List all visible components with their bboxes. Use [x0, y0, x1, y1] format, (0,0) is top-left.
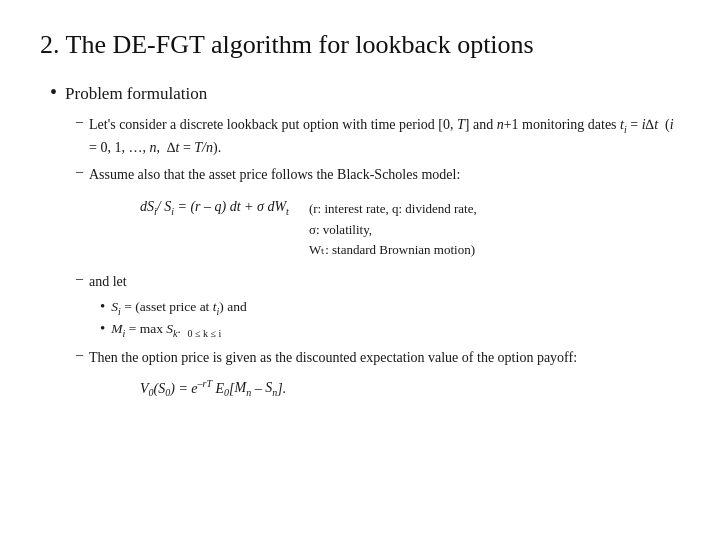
final-formula: V0(S0) = e–rT E0[Mn – Sn]. — [140, 378, 680, 398]
formula-block-1: dSi/ Si = (r – q) dt + σ dWt (r: interes… — [140, 199, 680, 261]
dash-1: – — [76, 114, 83, 158]
formula-lhs: dSi/ Si = (r – q) dt + σ dWt — [140, 199, 289, 217]
sub-bullet-4: – Then the option price is given as the … — [76, 347, 680, 368]
slide-title: 2. The DE-FGT algorithm for lookback opt… — [40, 30, 680, 60]
sub-sub-dot-2: • — [100, 320, 105, 337]
sub-sub-bullet-1: • Si = (asset price at ti) and — [100, 298, 680, 317]
formula-rhs-line-3: Wₜ: standard Brownian motion) — [309, 240, 477, 261]
bullet-1-label: Problem formulation — [65, 84, 207, 104]
sub-bullet-2: – Assume also that the asset price follo… — [76, 164, 680, 185]
dash-4: – — [76, 347, 83, 368]
main-bullet-1: • Problem formulation — [50, 82, 680, 104]
dash-2: – — [76, 164, 83, 185]
formula-rhs-line-1: (r: interest rate, q: dividend rate, — [309, 199, 477, 220]
dash-3: – — [76, 271, 83, 292]
sub-bullet-1: – Let's consider a discrete lookback put… — [76, 114, 680, 158]
sub-bullet-4-wrapper: – Then the option price is given as the … — [40, 347, 680, 368]
sub-sub-2-text: Mi = max Sk. 0 ≤ k ≤ i — [111, 321, 221, 339]
sub-bullet-2-text: Assume also that the asset price follows… — [89, 164, 680, 185]
formula-rhs-line-2: σ: volatility, — [309, 220, 477, 241]
sub-sub-1-text: Si = (asset price at ti) and — [111, 299, 246, 317]
formula-rhs: (r: interest rate, q: dividend rate, σ: … — [309, 199, 477, 261]
sub-sub-bullet-2: • Mi = max Sk. 0 ≤ k ≤ i — [100, 320, 680, 339]
sub-bullet-4-text: Then the option price is given as the di… — [89, 347, 680, 368]
sub-bullet-3: – and let — [76, 271, 680, 292]
sub-sub-dot-1: • — [100, 298, 105, 315]
sub-bullet-1-text: Let's consider a discrete lookback put o… — [89, 114, 680, 158]
bullet-dot: • — [50, 82, 57, 102]
sub-bullet-3-text: and let — [89, 271, 680, 292]
